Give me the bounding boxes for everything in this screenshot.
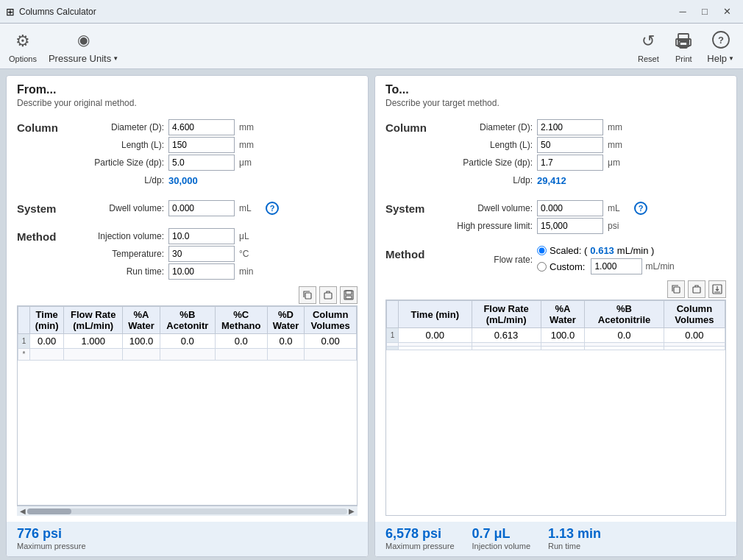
from-length-row: Length (L): mm <box>68 136 358 154</box>
from-scrollbar-thumb[interactable] <box>27 508 71 514</box>
from-pressure-value: 776 psi <box>17 526 86 542</box>
to-panel: To... Describe your target method. Colum… <box>374 75 737 557</box>
from-row1-flowrate[interactable]: 1.000 <box>64 334 123 349</box>
from-length-label: Length (L): <box>68 140 164 150</box>
from-ldp-label: L/dp: <box>68 175 164 185</box>
from-save-button[interactable] <box>340 286 358 304</box>
to-method-fields: Flow rate: Scaled: ( 0.613 mL/min ) Cust… <box>437 245 726 274</box>
from-row2-pct-b[interactable] <box>160 349 215 361</box>
to-col-time: Time (min) <box>399 301 472 328</box>
print-button[interactable]: Print <box>672 29 695 63</box>
svg-rect-11 <box>674 287 680 293</box>
from-particle-label: Particle Size (dp): <box>68 157 164 168</box>
reset-button[interactable]: ↺ Reset <box>636 29 660 63</box>
to-table-container[interactable]: Time (min) Flow Rate(mL/min) %AWater %BA… <box>385 300 726 516</box>
help-icon: ? <box>709 28 733 52</box>
from-scrollbar-left-arrow[interactable]: ◀ <box>18 507 27 515</box>
from-panel-footer: 776 psi Maximum pressure <box>7 522 368 556</box>
from-row1-pct-b[interactable]: 0.0 <box>160 334 215 349</box>
help-button[interactable]: ? Help ▼ <box>707 28 734 64</box>
to-particle-unit: μm <box>608 157 630 168</box>
from-row2-pct-a[interactable] <box>123 349 160 361</box>
dropdown-arrow-icon: ▼ <box>113 55 118 62</box>
to-row3-pct-a[interactable] <box>541 347 585 350</box>
from-row1-col-vol[interactable]: 0.00 <box>305 334 357 349</box>
to-paste-button[interactable] <box>688 280 705 298</box>
maximize-button[interactable]: □ <box>694 4 715 19</box>
from-row2-time[interactable] <box>30 349 64 361</box>
from-diameter-input[interactable] <box>168 119 235 135</box>
to-row1-time[interactable]: 0.00 <box>399 328 472 343</box>
from-paste-button[interactable] <box>319 286 337 304</box>
to-particle-row: Particle Size (dp): μm <box>437 154 726 171</box>
table-row <box>387 347 725 350</box>
from-row2-pct-c[interactable] <box>215 349 267 361</box>
from-runtime-label: Run time: <box>68 266 164 277</box>
to-highpressure-input[interactable] <box>537 218 603 234</box>
from-subtitle: Describe your original method. <box>17 98 358 108</box>
options-button[interactable]: ⚙ Options <box>9 29 37 63</box>
from-injection-unit: μL <box>239 231 261 241</box>
from-method-fields: Injection volume: μL Temperature: °C Run… <box>68 227 358 280</box>
to-particle-input[interactable] <box>537 155 603 171</box>
svg-rect-10 <box>346 296 352 299</box>
from-scrollbar-track[interactable] <box>27 508 347 514</box>
from-col-pct-b: %BAcetonitr <box>160 307 215 334</box>
from-dwell-label: Dwell volume: <box>68 203 164 213</box>
from-row1-pct-d[interactable]: 0.0 <box>267 334 305 349</box>
from-row1-num: 1 <box>18 334 30 349</box>
from-dwell-input[interactable] <box>168 200 235 216</box>
table-row: * <box>18 349 357 361</box>
from-temperature-input[interactable] <box>168 246 235 262</box>
close-button[interactable]: ✕ <box>717 4 737 19</box>
from-method-label: Method <box>17 227 68 280</box>
from-row1-pct-a[interactable]: 100.0 <box>123 334 160 349</box>
to-dwell-input[interactable] <box>537 200 603 216</box>
svg-rect-9 <box>346 291 352 294</box>
to-row3-flowrate[interactable] <box>472 347 541 350</box>
to-custom-input[interactable] <box>591 258 642 274</box>
from-diameter-unit: mm <box>239 122 261 132</box>
to-diameter-input[interactable] <box>537 119 603 135</box>
from-injection-input[interactable] <box>168 228 235 244</box>
from-row2-pct-d[interactable] <box>267 349 305 361</box>
to-panel-header: To... Describe your target method. <box>375 76 736 113</box>
from-scrollbar-right-arrow[interactable]: ▶ <box>347 507 356 515</box>
to-export-button[interactable] <box>708 280 726 298</box>
to-row3-col-vol[interactable] <box>664 347 725 350</box>
to-row1-pct-b[interactable]: 0.0 <box>585 328 664 343</box>
minimize-button[interactable]: ─ <box>672 4 693 19</box>
to-custom-radio[interactable] <box>537 262 547 272</box>
to-row1-pct-a[interactable]: 100.0 <box>541 328 585 343</box>
from-temperature-unit: °C <box>239 249 261 259</box>
to-row3-pct-b[interactable] <box>585 347 664 350</box>
to-col-flowrate: Flow Rate(mL/min) <box>472 301 541 328</box>
from-copy-button[interactable] <box>299 286 316 304</box>
to-flowrate-row: Flow rate: Scaled: ( 0.613 mL/min ) Cust… <box>437 245 726 274</box>
to-scaled-label: Scaled: ( <box>550 245 587 256</box>
from-length-input[interactable] <box>168 137 235 153</box>
from-title: From... <box>17 83 358 96</box>
to-scaled-radio[interactable] <box>537 246 547 255</box>
to-length-input[interactable] <box>537 137 603 153</box>
to-row1-col-vol[interactable]: 0.00 <box>664 328 725 343</box>
from-row2-col-vol[interactable] <box>305 349 357 361</box>
from-row2-flowrate[interactable] <box>64 349 123 361</box>
to-copy-button[interactable] <box>667 280 685 298</box>
to-injection-label: Injection volume <box>472 542 531 550</box>
from-table-container[interactable]: Time(min) Flow Rate(mL/min) %AWater %BAc… <box>17 305 358 506</box>
from-row1-time[interactable]: 0.00 <box>30 334 64 349</box>
to-row1-flowrate[interactable]: 0.613 <box>472 328 541 343</box>
to-particle-label: Particle Size (dp): <box>437 157 533 168</box>
from-runtime-input[interactable] <box>168 263 235 280</box>
from-particle-input[interactable] <box>168 155 235 171</box>
to-dwell-help-icon[interactable]: ? <box>634 202 647 215</box>
from-row1-pct-c[interactable]: 0.0 <box>215 334 267 349</box>
to-row1-num: 1 <box>387 328 399 343</box>
pressure-units-button[interactable]: ◉ Pressure Units ▼ <box>49 28 118 64</box>
to-row3-time[interactable] <box>399 347 472 350</box>
from-col-col-vol: ColumnVolumes <box>305 307 357 334</box>
from-dwell-help-icon[interactable]: ? <box>266 202 279 215</box>
from-scrollbar[interactable]: ◀ ▶ <box>17 506 358 516</box>
to-runtime-stat: 1.13 min Run time <box>548 526 601 550</box>
